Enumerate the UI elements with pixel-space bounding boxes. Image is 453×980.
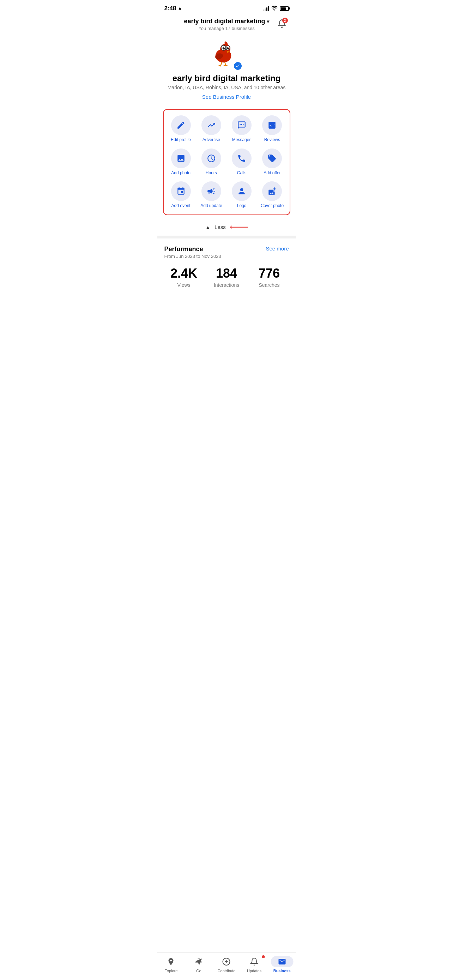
chevron-up-icon: ▲ [205,224,210,230]
action-grid-container: Edit profile Advertise Messages [163,109,290,215]
messages-label: Messages [232,137,251,143]
logo-label: Logo [237,203,246,209]
messages-button[interactable]: Messages [227,115,256,143]
wifi-icon [271,6,278,12]
searches-value: 776 [259,266,280,281]
interactions-stat: 184 Interactions [207,266,246,288]
image-icon [176,154,186,163]
trending-up-icon [207,121,216,130]
logo-icon-circle [232,181,251,201]
cover-photo-button[interactable]: Cover photo [257,181,286,209]
interactions-label: Interactions [214,282,239,288]
header: early bird digital marketing ▾ You manag… [157,15,296,35]
svg-line-18 [226,65,227,66]
reviews-button[interactable]: Reviews [257,115,286,143]
edit-profile-button[interactable]: Edit profile [167,115,196,143]
profile-section: early bird digital marketing Marion, IA,… [157,35,296,105]
searches-stat: 776 Searches [250,266,289,288]
less-toggle-button[interactable]: ▲ Less [157,219,296,235]
calls-label: Calls [237,170,246,176]
edit-profile-icon-circle [171,115,191,135]
business-location: Marion, IA, USA, Robins, IA, USA, and 10… [168,85,286,90]
add-event-button[interactable]: Add event [167,181,196,209]
add-offer-button[interactable]: Add offer [257,148,286,176]
person-icon [237,187,246,196]
svg-line-14 [225,62,226,65]
reviews-label: Reviews [264,137,280,143]
svg-marker-21 [230,226,231,229]
battery-icon [280,6,289,11]
views-stat: 2.4K Views [164,266,203,288]
section-divider [157,235,296,239]
add-photo-label: Add photo [171,170,191,176]
hours-label: Hours [206,170,217,176]
add-offer-label: Add offer [264,170,280,176]
add-update-button[interactable]: Add update [197,181,226,209]
bird-logo [211,39,242,70]
notification-button[interactable]: 2 [275,18,289,32]
status-bar: 2:48 [157,0,296,15]
messages-icon-circle [232,115,251,135]
hours-icon-circle [202,148,221,168]
add-update-label: Add update [200,203,222,209]
edit-profile-label: Edit profile [171,137,191,143]
tag-icon [267,154,277,163]
views-value: 2.4K [170,266,197,281]
calendar-icon [176,187,186,196]
cover-photo-label: Cover photo [261,203,284,209]
add-photo-icon-circle [171,148,191,168]
svg-point-8 [227,47,229,48]
signal-icon [263,6,269,11]
see-profile-link[interactable]: See Business Profile [202,94,251,100]
clock-icon [207,154,216,163]
add-event-label: Add event [172,203,191,209]
performance-see-more-link[interactable]: See more [265,245,289,251]
verified-badge [233,61,242,70]
header-subtitle: You manage 17 businesses [184,26,269,31]
views-label: Views [177,282,190,288]
performance-date-range: From Jun 2023 to Nov 2023 [164,254,221,259]
performance-section: Performance From Jun 2023 to Nov 2023 Se… [157,239,296,295]
svg-line-13 [221,62,222,65]
chat-icon [237,121,246,130]
interactions-value: 184 [216,266,237,281]
logo-button[interactable]: Logo [227,181,256,209]
calls-button[interactable]: Calls [227,148,256,176]
less-label: Less [215,224,226,230]
advertise-label: Advertise [202,137,220,143]
notification-badge: 2 [282,18,288,23]
dropdown-arrow-icon[interactable]: ▾ [267,19,269,24]
action-grid: Edit profile Advertise Messages [167,115,287,209]
advertise-button[interactable]: Advertise [197,115,226,143]
add-update-icon-circle [202,181,221,201]
header-title[interactable]: early bird digital marketing ▾ [184,18,269,25]
phone-icon [237,154,246,163]
add-photo-button[interactable]: Add photo [167,148,196,176]
megaphone-icon [207,187,216,196]
business-title-label: early bird digital marketing [184,18,265,25]
hours-button[interactable]: Hours [197,148,226,176]
location-arrow-icon [178,6,182,11]
reviews-icon-circle [262,115,282,135]
cover-photo-icon-circle [262,181,282,201]
add-offer-icon-circle [262,148,282,168]
svg-point-7 [224,47,225,48]
star-icon [267,121,277,130]
business-name: early bird digital marketing [173,73,281,83]
calls-icon-circle [232,148,251,168]
performance-header: Performance From Jun 2023 to Nov 2023 Se… [164,245,289,259]
performance-stats: 2.4K Views 184 Interactions 776 Searches [164,266,289,288]
status-time: 2:48 [164,5,182,12]
svg-line-17 [224,65,226,66]
advertise-icon-circle [202,115,221,135]
red-arrow-indicator [230,224,248,231]
performance-title: Performance [164,245,221,253]
add-event-icon-circle [171,181,191,201]
image-plus-icon [267,187,277,196]
searches-label: Searches [259,282,280,288]
pencil-icon [176,121,186,130]
status-icons [263,6,289,12]
